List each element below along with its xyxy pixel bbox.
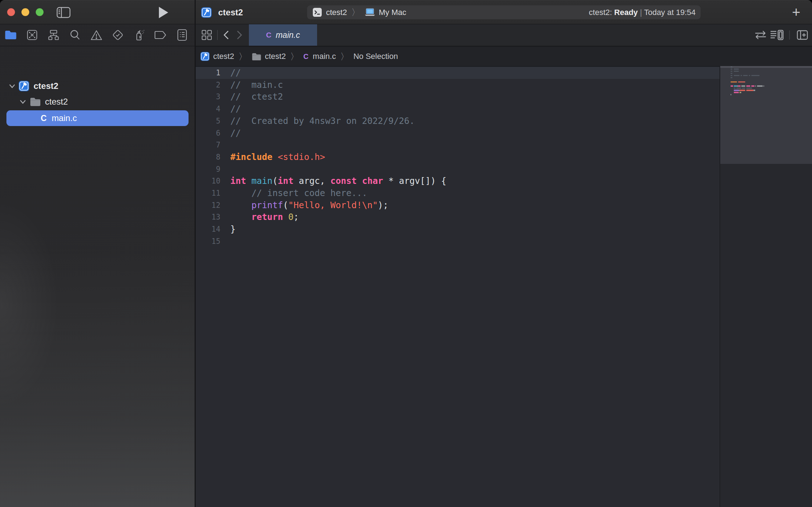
minimap-token [742, 87, 745, 89]
library-plus-button[interactable]: + [792, 4, 800, 20]
minimap-token [751, 75, 760, 76]
token-pl [230, 212, 251, 222]
token-kw: const [330, 176, 357, 186]
minimap-token [746, 85, 751, 87]
code-text: printf("Hello, World!\n"); [230, 199, 389, 211]
line-number[interactable]: 15 [196, 235, 220, 247]
code-line-3[interactable]: 3// ctest2 [196, 91, 720, 103]
code-line-2[interactable]: 2// main.c [196, 79, 720, 91]
code-line-10[interactable]: 10int main(int argc, const char * argv[]… [196, 175, 720, 187]
code-line-7[interactable]: 7 [196, 139, 720, 151]
disclosure-chevron-icon[interactable] [19, 99, 26, 104]
jump-bar-chevron: 〉 [290, 51, 299, 62]
minimap-token [731, 94, 731, 95]
minimap-token [731, 66, 732, 68]
add-editor-icon[interactable] [797, 30, 808, 40]
related-items-grid-icon[interactable] [201, 30, 212, 40]
minimap-token [734, 71, 739, 72]
symbol-navigator-icon[interactable] [43, 24, 64, 46]
code-line-8[interactable]: 8#include <stdio.h> [196, 151, 720, 163]
tab-main-c[interactable]: C main.c [249, 24, 317, 46]
code-line-14[interactable]: 14} [196, 223, 720, 235]
breakpoint-navigator-icon[interactable] [150, 24, 171, 46]
toggle-navigator-icon[interactable] [56, 7, 71, 18]
source-control-navigator-icon[interactable] [21, 24, 43, 46]
scheme-name[interactable]: ctest2 [326, 8, 347, 17]
minimap-token [741, 85, 746, 87]
status-project: ctest2: [589, 8, 612, 17]
go-forward-icon[interactable] [236, 30, 243, 40]
minimap-token [734, 85, 737, 87]
jump-bar-item-group[interactable]: ctest2 [265, 52, 286, 61]
code-line-13[interactable]: 13 return 0; [196, 211, 720, 223]
line-number[interactable]: 6 [196, 127, 220, 139]
line-number[interactable]: 2 [196, 79, 220, 91]
code-line-12[interactable]: 12 printf("Hello, World!\n"); [196, 199, 720, 211]
run-destination-name[interactable]: My Mac [379, 8, 406, 17]
tab-bar-divider [217, 30, 218, 40]
line-number[interactable]: 1 [196, 67, 220, 79]
jump-bar-item-file[interactable]: main.c [313, 52, 336, 61]
go-back-icon[interactable] [223, 30, 229, 40]
xcode-project-icon [200, 52, 210, 61]
minimap-token [734, 69, 739, 70]
minimap-token [755, 85, 756, 87]
tree-row-file-main-c[interactable]: C main.c [0, 110, 195, 126]
code-line-5[interactable]: 5// Created by 4nsw3r on 2022/9/26. [196, 115, 720, 127]
minimize-button[interactable] [21, 8, 29, 16]
token-kw: int [230, 176, 246, 186]
disclosure-chevron-icon[interactable] [9, 84, 16, 89]
zoom-button[interactable] [36, 8, 44, 16]
line-number[interactable]: 14 [196, 223, 220, 235]
jump-bar-item-selection[interactable]: No Selection [354, 52, 398, 61]
minimap-token [734, 92, 739, 93]
code-line-4[interactable]: 4// [196, 103, 720, 115]
issue-navigator-warning-icon[interactable] [86, 24, 107, 46]
line-number[interactable]: 5 [196, 115, 220, 127]
line-number[interactable]: 9 [196, 163, 220, 175]
line-number[interactable]: 10 [196, 175, 220, 187]
xcode-project-icon [19, 81, 29, 91]
jump-bar: ctest2 〉 ctest2 〉 C main.c 〉 No Selectio… [196, 47, 812, 66]
minimap-column[interactable] [720, 66, 812, 507]
code-line-6[interactable]: 6// [196, 127, 720, 139]
find-navigator-search-icon[interactable] [64, 24, 86, 46]
scheme-terminal-icon[interactable] [313, 8, 322, 17]
minimap-token [731, 73, 732, 74]
test-navigator-icon[interactable] [107, 24, 129, 46]
tree-row-project-ctest2[interactable]: ctest2 [0, 78, 195, 94]
minimap-token [741, 75, 742, 76]
token-pl: } [230, 224, 236, 234]
report-navigator-icon[interactable] [171, 24, 193, 46]
debug-navigator-spray-icon[interactable] [129, 24, 150, 46]
minimap-page[interactable] [720, 66, 812, 164]
minimap-token [741, 92, 741, 93]
close-button[interactable] [7, 8, 15, 16]
minimap-token [738, 81, 746, 83]
jump-bar-item-project[interactable]: ctest2 [213, 52, 234, 61]
code-text: // ctest2 [230, 91, 283, 103]
code-line-11[interactable]: 11 // insert code here... [196, 187, 720, 199]
tree-row-group-ctest2[interactable]: ctest2 [0, 94, 195, 110]
project-navigator-folder-icon[interactable] [0, 24, 21, 46]
jump-bar-chevron: 〉 [340, 51, 349, 62]
line-number[interactable]: 4 [196, 103, 220, 115]
token-com: // ctest2 [230, 91, 283, 102]
line-number[interactable]: 13 [196, 211, 220, 223]
code-review-icon[interactable] [755, 30, 767, 40]
line-number[interactable]: 3 [196, 91, 220, 103]
code-line-15[interactable]: 15 [196, 235, 720, 247]
run-button[interactable] [158, 6, 169, 19]
code-line-1[interactable]: 1// [196, 67, 720, 79]
line-number[interactable]: 12 [196, 199, 220, 211]
c-file-icon: C [266, 31, 271, 39]
line-number[interactable]: 11 [196, 187, 220, 199]
scheme-and-status-bar: ctest2 〉 My Mac ctest2: Ready | Today at… [307, 5, 701, 19]
editor-options-icon[interactable] [770, 30, 784, 40]
token-pl [230, 200, 251, 210]
navigator-sidebar: ctest2 ctest2 C main.c [0, 24, 195, 507]
line-number[interactable]: 8 [196, 151, 220, 163]
code-line-9[interactable]: 9 [196, 163, 720, 175]
token-com: // [230, 128, 241, 138]
line-number[interactable]: 7 [196, 139, 220, 151]
